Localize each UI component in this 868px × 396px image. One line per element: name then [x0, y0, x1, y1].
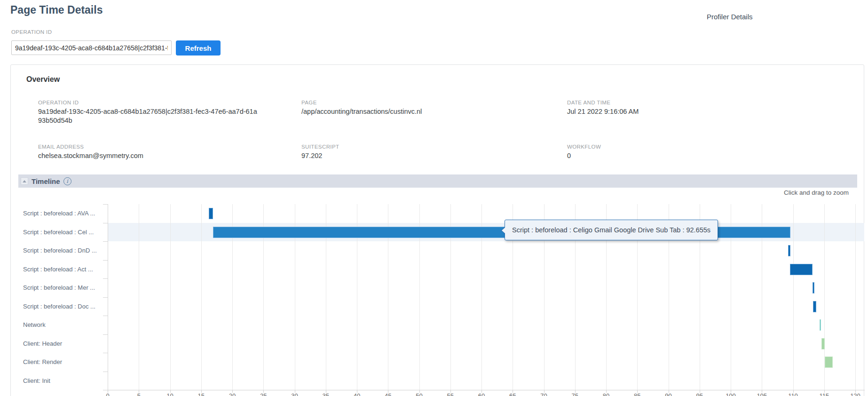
field-label: EMAIL ADDRESS [38, 144, 301, 150]
x-axis-label: 115 [814, 392, 835, 396]
x-gridline [855, 204, 856, 390]
profiler-details-link[interactable]: Profiler Details [707, 13, 753, 21]
x-axis-label: 90 [658, 392, 679, 396]
x-axis-label: 20 [222, 392, 243, 396]
timeline-bar[interactable] [825, 356, 833, 368]
field-value: chelsea.stockman@symmetry.com [38, 151, 259, 160]
x-axis-label: 30 [284, 392, 305, 396]
row-label: Script : beforeload : Cel ... [23, 223, 105, 242]
row-label: Script : beforeload : Doc ... [23, 297, 105, 316]
timeline-chart[interactable]: Script : beforeload : Celigo Gmail Googl… [18, 204, 865, 396]
field-label: OPERATION ID [38, 100, 301, 105]
x-axis-label: 25 [253, 392, 274, 396]
x-axis-label: 110 [783, 392, 804, 396]
y-axis-tick [103, 390, 108, 390]
field-label: PAGE [301, 100, 567, 105]
row-label: Script : beforeload : Act ... [23, 260, 105, 279]
x-axis-label: 40 [347, 392, 367, 396]
row-label: Network [23, 316, 105, 334]
x-gridline [793, 204, 794, 390]
x-gridline [139, 204, 139, 390]
x-axis-label: 105 [751, 392, 772, 396]
x-axis-label: 85 [627, 392, 647, 396]
field-label: WORKFLOW [567, 144, 854, 150]
timeline-section-header[interactable]: Timeline i [18, 174, 857, 188]
row-label: Script : beforeload : Mer ... [23, 278, 105, 297]
field-value: /app/accounting/transactions/custinvc.nl [301, 107, 522, 116]
x-axis-label: 55 [440, 392, 461, 396]
field-value: 0 [567, 151, 788, 160]
x-axis-label: 15 [191, 392, 212, 396]
field-value: Jul 21 2022 9:16:06 AM [567, 107, 788, 116]
collapse-button[interactable] [21, 177, 28, 185]
info-icon[interactable]: i [63, 177, 71, 185]
row-label: Script : beforeload : AVA ... [23, 204, 105, 223]
x-axis-label: 10 [160, 392, 181, 396]
x-axis-label: 75 [565, 392, 585, 396]
x-axis-label: 45 [378, 392, 398, 396]
row-label: Client: Header [23, 334, 105, 353]
x-axis-label: 95 [689, 392, 710, 396]
chart-tooltip: Script : beforeload : Celigo Gmail Googl… [505, 220, 718, 240]
row-label: Client: Render [23, 353, 105, 372]
x-axis-label: 60 [471, 392, 492, 396]
field-page: PAGE /app/accounting/transactions/custin… [301, 100, 567, 125]
x-axis-label: 120 [845, 392, 866, 396]
y-axis-line [108, 204, 108, 390]
field-label: SUITESCRIPT [301, 144, 567, 150]
timeline-bar[interactable] [820, 319, 821, 331]
timeline-bar[interactable] [788, 245, 790, 256]
refresh-button[interactable]: Refresh [176, 40, 221, 55]
field-operation-id: OPERATION ID 9a19deaf-193c-4205-aca8-c68… [38, 100, 301, 125]
x-axis-label: 50 [409, 392, 430, 396]
timeline-bar[interactable] [790, 264, 813, 275]
x-axis-label: 100 [720, 392, 741, 396]
x-axis-label: 80 [596, 392, 616, 396]
field-value: 9a19deaf-193c-4205-aca8-c684b1a27658|c2f… [38, 107, 259, 125]
page-title: Page Time Details [10, 4, 103, 16]
timeline-title: Timeline [32, 177, 60, 185]
field-email-address: EMAIL ADDRESS chelsea.stockman@symmetry.… [38, 144, 301, 160]
timeline-bar[interactable] [821, 338, 825, 349]
x-axis-label: 35 [316, 392, 336, 396]
collapse-up-icon [23, 180, 26, 182]
overview-fields: OPERATION ID 9a19deaf-193c-4205-aca8-c68… [38, 100, 854, 160]
row-label: Script : beforeload : DnD ... [23, 241, 105, 260]
field-label: DATE AND TIME [567, 100, 854, 105]
timeline-bar[interactable] [813, 301, 816, 312]
timeline-bar[interactable] [813, 282, 814, 293]
x-axis-line [108, 390, 865, 390]
x-axis-label: 65 [502, 392, 523, 396]
timeline-bar[interactable] [209, 208, 213, 219]
overview-panel: Overview OPERATION ID 9a19deaf-193c-4205… [10, 64, 864, 396]
overview-title: Overview [26, 75, 60, 84]
row-label: Client: Init [23, 372, 105, 390]
x-axis-label: 0 [97, 392, 118, 396]
field-workflow: WORKFLOW 0 [567, 144, 854, 160]
operation-id-label: OPERATION ID [11, 29, 52, 35]
operation-id-input[interactable] [11, 40, 172, 55]
field-suitescript: SUITESCRIPT 97.202 [301, 144, 567, 160]
x-axis-label: 70 [534, 392, 554, 396]
field-value: 97.202 [301, 151, 522, 160]
x-axis-label: 5 [128, 392, 149, 396]
field-date-and-time: DATE AND TIME Jul 21 2022 9:16:06 AM [567, 100, 854, 125]
zoom-hint: Click and drag to zoom [784, 189, 849, 196]
x-gridline [170, 204, 171, 390]
x-gridline [201, 204, 202, 390]
